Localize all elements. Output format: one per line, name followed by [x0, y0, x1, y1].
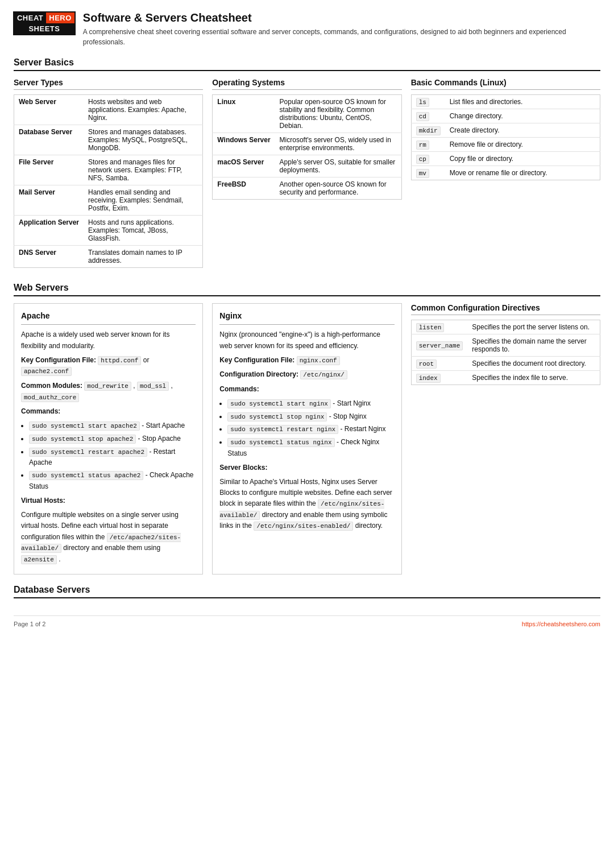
list-item: sudo systemctl stop apache2 - Stop Apach… [29, 433, 196, 445]
list-item: sudo systemctl restart nginx - Restart N… [227, 424, 394, 435]
apache-config-file-2: apache2.conf [21, 367, 72, 376]
nginx-commands-list: sudo systemctl start nginx - Start Nginx… [227, 398, 394, 459]
table-row: cpCopy file or directory. [411, 152, 600, 166]
nginx-server-blocks-label: Server Blocks: [219, 462, 394, 473]
server-basics-heading: Server Basics [14, 57, 600, 71]
apache-config-file: Key Configuration File: httpd.conf or ap… [21, 355, 196, 377]
page-description: A comprehensive cheat sheet covering ess… [83, 27, 600, 47]
header-text: Software & Servers Cheatsheet A comprehe… [83, 11, 600, 47]
apache-box: Apache Apache is a widely used web serve… [14, 303, 203, 574]
os-col: Operating Systems LinuxPopular open-sour… [212, 78, 401, 272]
table-row: File ServerStores and manages files for … [14, 155, 203, 185]
logo: CHEAT HERO SHEETS [14, 11, 75, 35]
web-servers-grid: Apache Apache is a widely used web serve… [14, 303, 600, 574]
logo-hero: HERO [46, 13, 74, 23]
table-row: macOS ServerApple's server OS, suitable … [213, 155, 401, 177]
basic-commands-title: Basic Commands (Linux) [411, 78, 600, 90]
page-header: CHEAT HERO SHEETS Software & Servers Che… [14, 11, 600, 47]
logo-sheets: SHEETS [14, 23, 74, 34]
os-table: LinuxPopular open-source OS known for st… [212, 94, 401, 200]
server-types-table: Web ServerHosts websites and web applica… [14, 94, 203, 268]
table-row: cdChange directory. [411, 109, 600, 123]
page-footer: Page 1 of 2 https://cheatsheetshero.com [14, 615, 600, 627]
list-item: sudo systemctl start apache2 - Start Apa… [29, 420, 196, 432]
table-row: mvMove or rename file or directory. [411, 166, 600, 180]
logo-cheat: CHEAT [14, 13, 46, 23]
table-row: rmRemove file or directory. [411, 138, 600, 152]
table-row: lsList files and directories. [411, 95, 600, 109]
list-item: sudo systemctl status apache2 - Check Ap… [29, 470, 196, 492]
web-servers-heading: Web Servers [14, 283, 600, 296]
table-row: Windows ServerMicrosoft's server OS, wid… [213, 133, 401, 155]
apache-commands-list: sudo systemctl start apache2 - Start Apa… [29, 420, 196, 492]
table-row: LinuxPopular open-source OS known for st… [213, 95, 401, 133]
basic-commands-col: Basic Commands (Linux) lsList files and … [411, 78, 600, 272]
apache-config-file-1: httpd.conf [98, 356, 141, 365]
table-row: Database ServerStores and manages databa… [14, 125, 203, 155]
apache-title: Apache [21, 309, 196, 325]
table-row: Web ServerHosts websites and web applica… [14, 95, 203, 125]
nginx-server-blocks-text: Similar to Apache's Virtual Hosts, Nginx… [219, 477, 394, 532]
list-item: sudo systemctl status nginx - Check Ngin… [227, 437, 394, 459]
apache-vhosts-label: Virtual Hosts: [21, 495, 196, 506]
nginx-title: Nginx [219, 309, 394, 325]
table-row: mkdirCreate directory. [411, 123, 600, 138]
database-servers-heading: Database Servers [14, 585, 600, 598]
table-row: Application ServerHosts and runs applica… [14, 216, 203, 246]
nginx-intro: Nginx (pronounced "engine-x") is a high-… [219, 329, 394, 351]
list-item: sudo systemctl stop nginx - Stop Nginx [227, 411, 394, 423]
common-config-table: listenSpecifies the port the server list… [411, 320, 600, 385]
page-number: Page 1 of 2 [14, 621, 45, 627]
nginx-commands-label: Commands: [219, 384, 394, 395]
apache-intro: Apache is a widely used web server known… [21, 329, 196, 351]
table-row: rootSpecifies the document root director… [411, 357, 600, 371]
nginx-config-dir: Configuration Directory: /etc/nginx/ [219, 369, 394, 381]
basic-commands-table: lsList files and directories.cdChange di… [411, 94, 600, 180]
list-item: sudo systemctl restart apache2 - Restart… [29, 447, 196, 469]
table-row: DNS ServerTranslates domain names to IP … [14, 246, 203, 268]
common-config-title: Common Configuration Directives [411, 303, 600, 315]
common-config-col: Common Configuration Directives listenSp… [411, 303, 600, 574]
server-types-title: Server Types [14, 78, 203, 90]
table-row: indexSpecifies the index file to serve. [411, 371, 600, 385]
table-row: listenSpecifies the port the server list… [411, 320, 600, 334]
server-basics-grid: Server Types Web ServerHosts websites an… [14, 78, 600, 272]
apache-vhosts-text: Configure multiple websites on a single … [21, 510, 196, 565]
table-row: Mail ServerHandles email sending and rec… [14, 185, 203, 216]
server-types-col: Server Types Web ServerHosts websites an… [14, 78, 203, 272]
nginx-box: Nginx Nginx (pronounced "engine-x") is a… [212, 303, 401, 574]
nginx-config-file: Key Configuration File: nginx.conf [219, 355, 394, 366]
os-title: Operating Systems [212, 78, 401, 90]
apache-modules: Common Modules: mod_rewrite , mod_ssl , … [21, 381, 196, 403]
page-title: Software & Servers Cheatsheet [83, 11, 600, 24]
footer-url[interactable]: https://cheatsheetshero.com [522, 621, 600, 627]
list-item: sudo systemctl start nginx - Start Nginx [227, 398, 394, 410]
apache-commands-label: Commands: [21, 406, 196, 417]
table-row: server_nameSpecifies the domain name the… [411, 334, 600, 357]
table-row: FreeBSDAnother open-source OS known for … [213, 177, 401, 200]
